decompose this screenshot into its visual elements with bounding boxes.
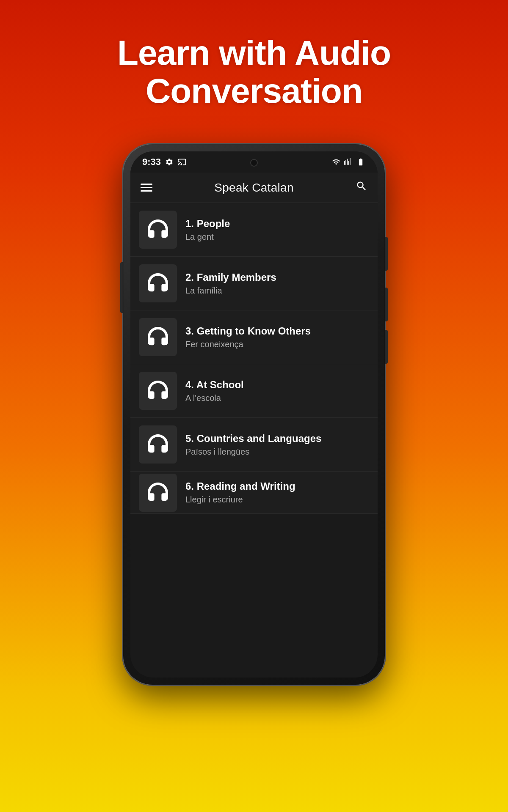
lesson-icon-box [139,372,177,410]
lesson-title: 5. Countries and Languages [185,433,369,444]
list-item[interactable]: 3. Getting to Know Others Fer coneixença [130,310,378,364]
wifi-icon [332,158,340,166]
list-item[interactable]: 1. People La gent [130,203,378,257]
lesson-text: 5. Countries and Languages Països i llen… [185,433,369,457]
headphones-icon [145,324,171,350]
hamburger-menu-button[interactable] [141,184,152,192]
status-icons [332,158,366,166]
app-title: Speak Catalan [214,181,294,195]
headphones-icon [145,378,171,403]
lesson-subtitle: Països i llengües [185,447,369,457]
search-button[interactable] [356,180,367,195]
lesson-text: 1. People La gent [185,218,369,242]
lesson-subtitle: La gent [185,232,369,242]
lesson-title: 1. People [185,218,369,230]
lesson-icon-box [139,264,177,302]
headphones-icon [145,432,171,457]
lesson-icon-box [139,425,177,464]
headphones-icon [145,480,171,505]
list-item[interactable]: 5. Countries and Languages Països i llen… [130,418,378,472]
phone-mockup: 9:33 [123,144,385,685]
lesson-text: 2. Family Members La família [185,272,369,296]
lesson-subtitle: A l'escola [185,393,369,403]
lesson-subtitle: Fer coneixença [185,340,369,349]
lesson-title: 3. Getting to Know Others [185,325,369,337]
phone-screen: 9:33 [130,151,378,678]
status-time: 9:33 [142,156,161,167]
lessons-list: 1. People La gent 2. Family Members La f… [130,203,378,514]
lesson-title: 4. At School [185,379,369,391]
lesson-title: 6. Reading and Writing [185,480,369,492]
app-bar: Speak Catalan [130,173,378,203]
camera-notch [250,159,258,167]
headphones-icon [145,217,171,242]
lesson-subtitle: Llegir i escriure [185,495,369,505]
settings-icon [165,158,174,166]
lesson-subtitle: La família [185,286,369,296]
headphones-icon [145,271,171,296]
list-item[interactable]: 4. At School A l'escola [130,364,378,418]
hero-title: Learn with Audio Conversation [0,0,508,135]
lesson-text: 4. At School A l'escola [185,379,369,403]
battery-icon [356,158,366,166]
lesson-text: 3. Getting to Know Others Fer coneixença [185,325,369,349]
lesson-text: 6. Reading and Writing Llegir i escriure [185,480,369,505]
list-item[interactable]: 2. Family Members La família [130,257,378,310]
lesson-icon-box [139,474,177,512]
signal-icon [344,158,352,166]
lesson-title: 2. Family Members [185,272,369,283]
lesson-icon-box [139,318,177,356]
cast-icon [178,158,186,166]
lesson-icon-box [139,211,177,249]
list-item[interactable]: 6. Reading and Writing Llegir i escriure [130,472,378,514]
